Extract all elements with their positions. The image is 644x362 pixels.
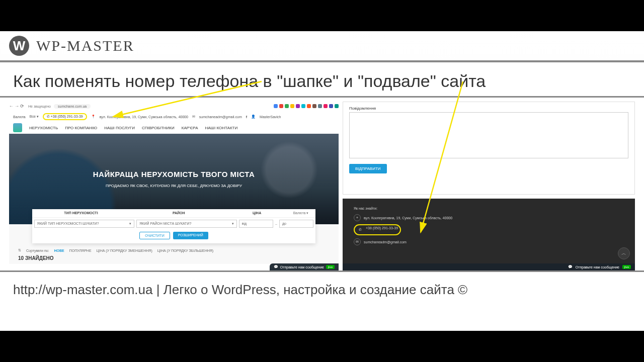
- footer-address: вул. Кооперативна, 19, Суми, Сумська обл…: [364, 216, 452, 220]
- hero-title: НАЙКРАЩА НЕРУХОМІСТЬ ТВОГО МІСТА: [93, 170, 255, 178]
- sort-new[interactable]: НОВЕ: [54, 249, 64, 252]
- nav-item[interactable]: ПРО КОМПАНІЮ: [65, 126, 97, 130]
- envelope-icon: ✉: [192, 115, 195, 119]
- results-count: 10 ЗНАЙДЕНО: [18, 255, 330, 261]
- nav-item[interactable]: НАШІ КОНТАКТИ: [205, 126, 237, 130]
- phone-icon: ✆: [47, 115, 51, 118]
- facebook-icon[interactable]: f: [246, 115, 247, 119]
- header-user[interactable]: MasterSavich: [260, 115, 281, 119]
- site-logo-icon[interactable]: [13, 123, 22, 132]
- chat-text: Отправьте нам сообщение: [576, 265, 619, 269]
- search-currency[interactable]: Валюта ▾: [286, 209, 315, 218]
- brand-bar: W WP-MASTER: [0, 31, 644, 62]
- message-label: Повідомлення: [349, 106, 628, 111]
- user-icon: 👤: [251, 115, 256, 119]
- sort-price-asc[interactable]: ЦІНА (У ПОРЯДКУ ЗБІЛЬШЕННЯ): [157, 249, 213, 252]
- browser-extensions: [274, 104, 339, 108]
- contact-form: Повідомлення ВІДПРАВИТИ: [343, 102, 635, 195]
- pin-icon: ⌖: [354, 214, 361, 221]
- slide-footer: http://wp-master.com.ua | Легко о WordPr…: [0, 270, 644, 308]
- clear-button[interactable]: ОЧИСТИТИ: [139, 232, 170, 239]
- url-bar[interactable]: sumchane.com.ua: [54, 104, 91, 109]
- footer-phone[interactable]: +38 (050) 291-33-39: [366, 226, 398, 233]
- screenshot-header: ←→⟳ Не защищено sumchane.com.ua Валюта В…: [9, 102, 339, 270]
- send-button[interactable]: ВІДПРАВИТИ: [349, 164, 387, 173]
- sort-price-desc[interactable]: ЦІНА (У ПОРЯДКУ ЗМЕНШЕННЯ): [97, 249, 152, 252]
- sort-icon: ⇅: [18, 248, 21, 252]
- price-from-input[interactable]: від: [239, 220, 273, 228]
- footer-text: http://wp-master.com.ua | Легко о WordPr…: [13, 282, 467, 297]
- message-textarea[interactable]: [349, 112, 628, 158]
- sort-popular[interactable]: ПОПУЛЯРНЕ: [69, 249, 92, 252]
- footer-email[interactable]: sumchaneadm@gmail.com: [364, 240, 407, 244]
- search-col-price: ЦІНА: [227, 209, 286, 218]
- type-select[interactable]: ЯКИЙ ТИП НЕРУХОМОСТІ ШУКАТИ?▾: [34, 220, 134, 228]
- sort-label: Сортувати по:: [26, 249, 49, 252]
- hero-banner: НАЙКРАЩА НЕРУХОМІСТЬ ТВОГО МІСТА ПРОДАЄМ…: [9, 134, 339, 224]
- footer-address-row: ⌖ вул. Кооперативна, 19, Суми, Сумська о…: [354, 214, 624, 221]
- slide-title: Как поменять номер телефона в "шапке" и …: [13, 71, 631, 91]
- header-phone[interactable]: +38 (050) 291-33-39: [51, 115, 83, 118]
- currency-label: Валюта: [13, 115, 26, 119]
- chat-text: Отправьте нам сообщение: [280, 265, 324, 269]
- hero-subtitle: ПРОДАЄМО ЯК СВОЄ, КУПУЄМО ЯК ДЛЯ СЕБЕ, Д…: [106, 184, 242, 188]
- envelope-icon: ✉: [354, 238, 361, 245]
- header-phone-highlight: ✆ +38 (050) 291-33-39: [43, 113, 87, 120]
- nav-item[interactable]: НАШІ ПОСЛУГИ: [104, 126, 135, 130]
- search-col-district: РАЙОН: [130, 209, 227, 218]
- slide-title-row: Как поменять номер телефона в "шапке" и …: [0, 62, 644, 98]
- search-panel: ТИП НЕРУХОМОСТІ РАЙОН ЦІНА Валюта ▾ ЯКИЙ…: [32, 209, 315, 243]
- nav-item[interactable]: НЕРУХОМІСТЬ: [29, 126, 58, 130]
- slide: W WP-MASTER Как поменять номер телефона …: [0, 31, 644, 331]
- scroll-top-button[interactable]: ︿: [618, 247, 630, 259]
- screenshot-footer: Повідомлення ВІДПРАВИТИ Як нас знайти: ⌖…: [343, 102, 635, 270]
- chat-icon: 💬: [274, 265, 278, 269]
- footer-email-row: ✉ sumchaneadm@gmail.com: [354, 238, 624, 245]
- screenshot-columns: ←→⟳ Не защищено sumchane.com.ua Валюта В…: [0, 98, 644, 270]
- chat-icon: 💬: [568, 265, 573, 269]
- wordpress-logo-icon: W: [9, 36, 29, 56]
- nav-item[interactable]: КАР'ЄРА: [182, 126, 198, 130]
- main-nav: НЕРУХОМІСТЬ ПРО КОМПАНІЮ НАШІ ПОСЛУГИ СП…: [9, 122, 339, 134]
- phone-icon: ✆: [357, 226, 364, 233]
- advanced-button[interactable]: РОЗШИРЕНИЙ: [173, 232, 208, 239]
- price-to-input[interactable]: до: [279, 220, 313, 228]
- nav-arrows[interactable]: ←→⟳: [9, 104, 25, 109]
- jivo-badge: jivo: [326, 265, 335, 269]
- chat-widget-footer[interactable]: 💬 Отправьте нам сообщение jivo: [343, 263, 635, 270]
- search-col-type: ТИП НЕРУХОМОСТІ: [32, 209, 130, 218]
- currency-select[interactable]: Все ▾: [30, 115, 39, 119]
- header-address: вул. Кооперативна, 19, Суми, Сумська обл…: [100, 115, 188, 119]
- pin-icon: 📍: [91, 115, 96, 119]
- district-select[interactable]: ЯКИЙ РАЙОН МІСТА ШУКАТИ?▾: [136, 220, 236, 228]
- jivo-badge: jivo: [622, 265, 631, 269]
- browser-toolbar: ←→⟳ Не защищено sumchane.com.ua: [9, 102, 339, 111]
- footer-heading: Як нас знайти:: [354, 207, 624, 210]
- chat-widget[interactable]: 💬 Отправьте нам сообщение jivo: [270, 263, 339, 270]
- header-email[interactable]: sumchaneadm@gmail.com: [199, 115, 242, 119]
- security-label: Не защищено: [28, 105, 51, 108]
- chevron-up-icon: ︿: [621, 250, 626, 257]
- nav-item[interactable]: СПІВРОБІТНИКИ: [142, 126, 175, 130]
- footer-phone-highlight: ✆ +38 (050) 291-33-39: [354, 224, 401, 235]
- brand-name: WP-MASTER: [36, 37, 134, 54]
- site-top-strip: Валюта Все ▾ ✆ +38 (050) 291-33-39 📍 вул…: [9, 112, 339, 122]
- site-footer: Як нас знайти: ⌖ вул. Кооперативна, 19, …: [343, 199, 635, 263]
